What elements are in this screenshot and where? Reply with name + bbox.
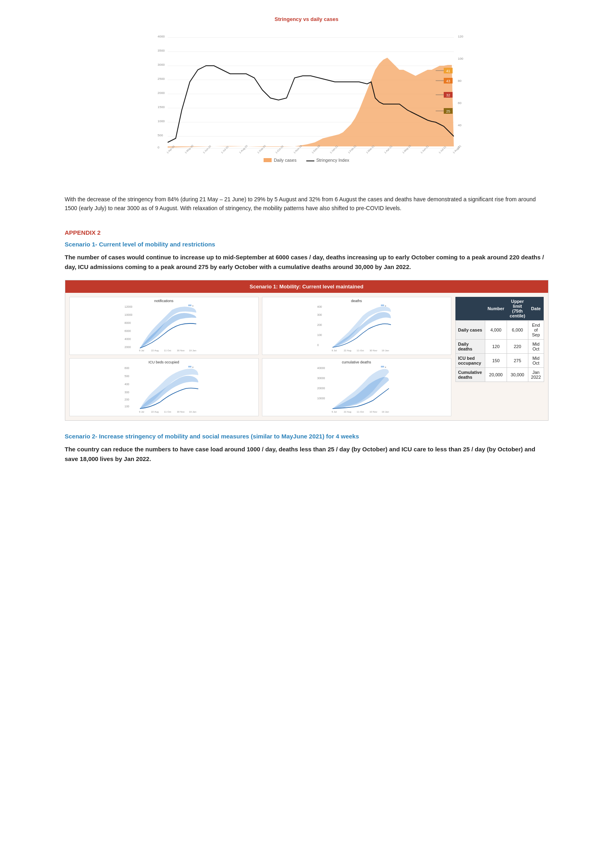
svg-text:10000: 10000 — [317, 397, 325, 400]
svg-rect-64 — [188, 305, 191, 306]
svg-text:2000: 2000 — [125, 346, 131, 348]
svg-text:30 Nov: 30 Nov — [177, 411, 185, 413]
svg-text:19 Jan: 19 Jan — [382, 349, 389, 352]
row-date-daily-deaths: Mid Oct — [528, 339, 544, 353]
svg-text:200: 200 — [125, 398, 129, 401]
svg-text:2500: 2500 — [158, 77, 165, 81]
notifications-svg: 12000 10000 8000 6000 4000 2000 — [71, 304, 257, 352]
scenario1-box-content: notifications 12000 10000 8000 6000 4000… — [65, 293, 548, 420]
svg-rect-76 — [381, 305, 384, 306]
svg-text:60: 60 — [458, 101, 461, 105]
legend-stringency-label: Stringency Index — [316, 158, 349, 163]
legend-daily-cases-color — [264, 158, 272, 162]
icu-svg: 600 500 400 300 200 100 9 Jul — [71, 365, 257, 413]
table-row-daily-deaths: Daily deaths 120 220 Mid Oct — [455, 339, 544, 353]
col-header-label — [455, 297, 485, 321]
row-number-daily-deaths: 120 — [485, 339, 507, 353]
svg-text:300: 300 — [125, 391, 129, 394]
scenario1-heading: Scenario 1- Current level of mobility an… — [65, 241, 549, 248]
svg-text:3500: 3500 — [158, 49, 165, 52]
svg-text:30000: 30000 — [317, 377, 325, 380]
svg-text:30 Nov: 30 Nov — [370, 349, 377, 352]
notifications-chart-title: notifications — [71, 299, 257, 303]
svg-text:43: 43 — [446, 79, 450, 83]
row-upper-daily-deaths: 220 — [507, 339, 528, 353]
svg-text:11 Oct: 11 Oct — [164, 349, 171, 352]
svg-text:300: 300 — [317, 313, 322, 316]
svg-text:120: 120 — [458, 35, 463, 38]
svg-text:11 Oct: 11 Oct — [164, 411, 171, 413]
legend-stringency: Stringency Index — [306, 158, 349, 163]
row-label-cumulative: Cumulative deaths — [455, 367, 485, 382]
svg-text:19 Jan: 19 Jan — [189, 349, 196, 352]
row-number-icu: 150 — [485, 353, 507, 367]
svg-rect-89 — [188, 366, 191, 367]
svg-text:80: 80 — [458, 79, 461, 83]
icu-chart: ICU beds occupied 600 500 400 300 200 10… — [69, 358, 259, 416]
svg-text:2000: 2000 — [158, 91, 165, 95]
table-row-daily-cases: Daily cases 4,000 6,000 End of Sep — [455, 320, 544, 339]
row-upper-cumulative: 30,000 — [507, 367, 528, 382]
svg-text:100: 100 — [317, 334, 322, 336]
svg-text:9 Jul: 9 Jul — [139, 349, 144, 352]
legend-daily-cases: Daily cases — [264, 158, 296, 163]
svg-text:1-Sep-20: 1-Sep-20 — [256, 144, 266, 154]
scenario1-bold-text: The number of cases would continue to in… — [65, 252, 549, 272]
table-row-icu: ICU bed occupancy 150 275 Mid Oct — [455, 353, 544, 367]
legend-stringency-color — [306, 161, 314, 161]
stringency-chart-section: Stringency vs daily cases 4000 3500 3000… — [65, 16, 549, 163]
table-row-cumulative: Cumulative deaths 20,000 30,000 Jan 2022 — [455, 367, 544, 382]
svg-text:22 Aug: 22 Aug — [151, 349, 159, 352]
svg-text:x: x — [192, 305, 193, 307]
svg-text:4000: 4000 — [158, 35, 165, 38]
scenario2-heading: Scenario 2- Increase stringency of mobil… — [65, 433, 549, 440]
chart-container: 4000 3500 3000 2500 2000 1500 1000 500 0… — [145, 25, 468, 154]
svg-text:32: 32 — [446, 93, 450, 97]
svg-text:12000: 12000 — [125, 305, 133, 308]
svg-text:4000: 4000 — [125, 338, 131, 340]
chart-legend: Daily cases Stringency Index — [65, 158, 549, 163]
row-label-daily-deaths: Daily deaths — [455, 339, 485, 353]
svg-text:1000: 1000 — [158, 119, 165, 123]
svg-text:200: 200 — [317, 323, 322, 326]
col-header-number: Number — [485, 297, 507, 321]
svg-text:1-May-20: 1-May-20 — [184, 144, 194, 154]
cumulative-chart-title: cumulative deaths — [264, 360, 449, 364]
svg-text:1-Nov-20: 1-Nov-20 — [293, 144, 302, 154]
deaths-svg: 400 300 200 100 0 9 Jul — [264, 304, 449, 352]
svg-text:22 Aug: 22 Aug — [344, 411, 351, 413]
svg-text:25: 25 — [446, 109, 450, 113]
svg-text:600: 600 — [125, 367, 129, 369]
scenario1-charts: notifications 12000 10000 8000 6000 4000… — [69, 297, 451, 416]
svg-text:9 Jul: 9 Jul — [332, 349, 337, 352]
cumulative-chart: cumulative deaths 40000 30000 20000 1000… — [262, 358, 451, 416]
svg-text:11-Oct: 11-Oct — [357, 349, 364, 352]
svg-text:500: 500 — [158, 134, 163, 137]
svg-text:9 Jul: 9 Jul — [332, 411, 337, 413]
svg-text:0: 0 — [317, 344, 319, 346]
col-header-date: Date — [528, 297, 544, 321]
svg-text:500: 500 — [125, 375, 129, 378]
scenario1-table: Number Upper limit (75th centile) Date D… — [455, 297, 544, 416]
svg-text:9 Jul: 9 Jul — [139, 411, 144, 413]
svg-text:30 Nov: 30 Nov — [177, 349, 185, 352]
row-upper-icu: 275 — [507, 353, 528, 367]
row-label-icu: ICU bed occupancy — [455, 353, 485, 367]
col-header-upper: Upper limit (75th centile) — [507, 297, 528, 321]
cumulative-svg: 40000 30000 20000 10000 9 Jul 22 Aug 11-… — [264, 365, 449, 413]
page-content: Stringency vs daily cases 4000 3500 3000… — [65, 16, 549, 464]
svg-text:400: 400 — [125, 383, 129, 386]
svg-text:22 Aug: 22 Aug — [344, 349, 351, 352]
svg-text:x: x — [385, 366, 386, 368]
svg-text:1-Jul-20: 1-Jul-20 — [220, 145, 229, 154]
scenario2-bold-text: The country can reduce the numbers to ha… — [65, 444, 549, 464]
row-number-cumulative: 20,000 — [485, 367, 507, 382]
svg-text:x: x — [192, 366, 193, 368]
scenario1-box-title: Scenario 1: Mobility: Current level main… — [65, 280, 548, 293]
row-number-daily-cases: 4,000 — [485, 320, 507, 339]
svg-text:1-Jun-20: 1-Jun-20 — [202, 144, 211, 154]
scenario1-data-table: Number Upper limit (75th centile) Date D… — [455, 297, 544, 382]
svg-text:3000: 3000 — [158, 63, 165, 67]
chart-title: Stringency vs daily cases — [65, 16, 549, 22]
stringency-chart-svg: 4000 3500 3000 2500 2000 1500 1000 500 0… — [145, 25, 468, 154]
